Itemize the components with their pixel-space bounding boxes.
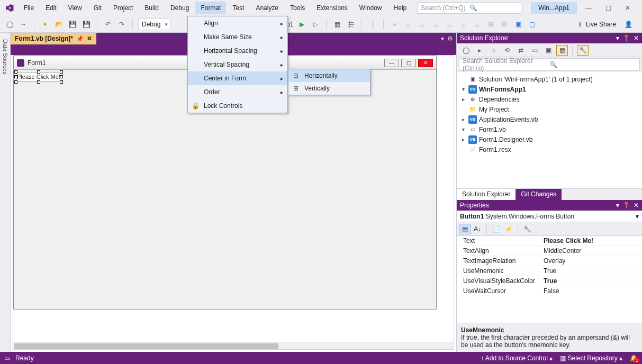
resize-handle[interactable] (14, 70, 17, 74)
align-icon-6[interactable]: ≣ (472, 19, 482, 30)
menu-test[interactable]: Test (227, 2, 249, 14)
add-source-control[interactable]: ↑ Add to Source Control ▴ (481, 354, 553, 362)
tree-node[interactable]: ▾VBWinFormsApp1 (458, 84, 641, 94)
resize-handle[interactable] (37, 80, 40, 84)
minimize-button[interactable]: ― (582, 2, 595, 14)
center-in-form-submenu[interactable]: ⊟Horizontally⊞Vertically (288, 69, 370, 95)
panel-dropdown-icon[interactable]: ▾ (616, 34, 619, 42)
resize-handle[interactable] (60, 70, 63, 74)
tree-node[interactable]: 📁My Project (458, 104, 641, 114)
format-menu-lock-controls[interactable]: 🔒Lock Controls (188, 99, 287, 113)
menu-build[interactable]: Build (139, 2, 164, 14)
panel-pin-icon[interactable]: 📍 (622, 34, 630, 42)
menu-project[interactable]: Project (108, 2, 138, 14)
center-vertically[interactable]: ⊞Vertically (288, 82, 370, 95)
se-collapse-icon[interactable]: ▣ (542, 45, 554, 56)
align-icon-7[interactable]: ⊞ (485, 19, 496, 30)
menu-tools[interactable]: Tools (285, 2, 310, 14)
se-filter-icon[interactable]: ▭ (529, 45, 540, 56)
format-menu-make-same-size[interactable]: Make Same Size (188, 30, 287, 44)
panel-close-icon[interactable]: ✕ (634, 202, 639, 209)
document-tab[interactable]: Form1.vb [Design]* 📌 ✕ (11, 33, 96, 44)
tree-node[interactable]: ▸VBForm1.Designer.vb (458, 134, 641, 144)
property-row[interactable]: TextPlease Click Me! (457, 236, 642, 246)
pin-icon[interactable]: 📌 (76, 35, 84, 42)
save-icon[interactable]: 💾 (67, 19, 78, 30)
search-box[interactable]: Search (Ctrl+Q) 🔍 (417, 2, 521, 14)
menu-edit[interactable]: Edit (40, 2, 62, 14)
tree-node[interactable]: ▸⊕Dependencies (458, 94, 641, 104)
menu-analyze[interactable]: Analyze (250, 2, 284, 14)
horizontal-scrollbar[interactable] (13, 342, 454, 350)
events-icon[interactable]: ⚡ (503, 224, 514, 234)
live-share[interactable]: ⇪ Live Share 👤 (572, 21, 638, 28)
align-icon-1[interactable]: ≣ (403, 19, 413, 30)
resize-handle[interactable] (60, 80, 63, 84)
gear-icon[interactable]: ⚙ (447, 35, 453, 42)
form-close-icon[interactable]: ✕ (418, 59, 433, 67)
redo-icon[interactable]: ↷ (116, 19, 127, 30)
align-icon-8[interactable]: ⊞ (499, 19, 510, 30)
tree-node[interactable]: ▸VBApplicationEvents.vb (458, 114, 641, 124)
nav-back-icon[interactable]: ◯ (4, 19, 15, 30)
properties-object-selector[interactable]: Button1 System.Windows.Forms.Button ▾ (457, 211, 642, 222)
resize-handle[interactable] (14, 80, 17, 84)
se-home-icon[interactable]: ⌂ (487, 45, 499, 56)
property-row[interactable]: TextImageRelationOverlay (457, 256, 642, 266)
layout-icon[interactable]: ▦ (332, 19, 342, 30)
format-menu-vertical-spacing[interactable]: Vertical Spacing (188, 58, 287, 71)
align-icon-5[interactable]: ≣ (458, 19, 468, 30)
start-debug-icon[interactable]: ▶ (296, 19, 307, 30)
order-front-icon[interactable]: ▣ (513, 19, 523, 30)
menu-git[interactable]: Git (88, 2, 107, 14)
property-row[interactable]: UseWaitCursorFalse (457, 286, 642, 296)
save-all-icon[interactable]: 💾 (81, 19, 92, 30)
se-properties-icon[interactable]: 🔧 (577, 45, 589, 56)
align-left-icon[interactable]: ⬱ (346, 19, 356, 30)
resize-handle[interactable] (60, 75, 63, 78)
menu-format[interactable]: Format (195, 2, 226, 14)
solution-explorer-tree[interactable]: ▣Solution 'WinFormsApp1' (1 of 1 project… (457, 72, 642, 188)
menu-help[interactable]: Help (388, 2, 412, 14)
format-menu[interactable]: AlignMake Same SizeHorizontal SpacingVer… (187, 16, 288, 113)
menu-extensions[interactable]: Extensions (311, 2, 353, 14)
align-icon-2[interactable]: ≣ (417, 19, 427, 30)
grid-icon[interactable]: ┊ (367, 19, 378, 30)
wrench-icon[interactable]: 🔧 (521, 224, 533, 234)
tree-node[interactable]: ▣Solution 'WinFormsApp1' (1 of 1 project… (458, 74, 641, 84)
panel-pin-icon[interactable]: 📍 (622, 202, 630, 209)
properties-grid[interactable]: TextPlease Click Me!TextAlignMiddleCente… (457, 236, 642, 323)
align-icon-4[interactable]: ≣ (444, 19, 455, 30)
resize-handle[interactable] (14, 75, 17, 78)
tab-solution-explorer[interactable]: Solution Explorer (457, 189, 516, 200)
solution-explorer-search[interactable]: Search Solution Explorer (Ctrl+ü) 🔍 (459, 58, 640, 71)
property-row[interactable]: TextAlignMiddleCenter (457, 246, 642, 256)
tree-node[interactable]: 📄Form1.resx (458, 144, 641, 154)
alphabetical-icon[interactable]: A↓ (472, 224, 483, 234)
panel-dropdown-icon[interactable]: ▾ (616, 202, 619, 209)
format-menu-horizontal-spacing[interactable]: Horizontal Spacing (188, 44, 287, 58)
resize-handle[interactable] (37, 70, 40, 74)
chevron-down-icon[interactable]: ▾ (636, 213, 639, 220)
tab-git-changes[interactable]: Git Changes (516, 189, 562, 200)
menu-window[interactable]: Window (354, 2, 387, 14)
format-menu-align[interactable]: Align (188, 16, 287, 30)
panel-close-icon[interactable]: ✕ (634, 34, 639, 42)
property-row[interactable]: UseVisualStyleBackColorTrue (457, 276, 642, 286)
align-icon-3[interactable]: ≣ (430, 19, 441, 30)
open-icon[interactable]: 📂 (53, 19, 64, 30)
categorized-icon[interactable]: ▤ (459, 224, 471, 234)
tree-node[interactable]: ▾▭Form1.vb (458, 124, 641, 134)
properties-page-icon[interactable]: 📄 (490, 224, 502, 234)
data-sources-tab[interactable]: Data Sources (1, 36, 10, 78)
format-menu-center-in-form[interactable]: Center in Form (188, 71, 287, 85)
tab-order-icon[interactable]: ≡ (389, 19, 400, 30)
nav-fwd-icon[interactable]: → (18, 19, 29, 30)
maximize-button[interactable]: ▢ (602, 2, 614, 14)
format-menu-order[interactable]: Order (188, 85, 287, 99)
config-combo[interactable]: Debug (138, 19, 170, 30)
se-back-icon[interactable]: ◯ (460, 45, 472, 56)
form-minimize-icon[interactable]: ― (384, 59, 399, 67)
se-sync-icon[interactable]: ⟲ (501, 45, 513, 56)
se-showall-icon[interactable]: ▦ (556, 45, 568, 56)
